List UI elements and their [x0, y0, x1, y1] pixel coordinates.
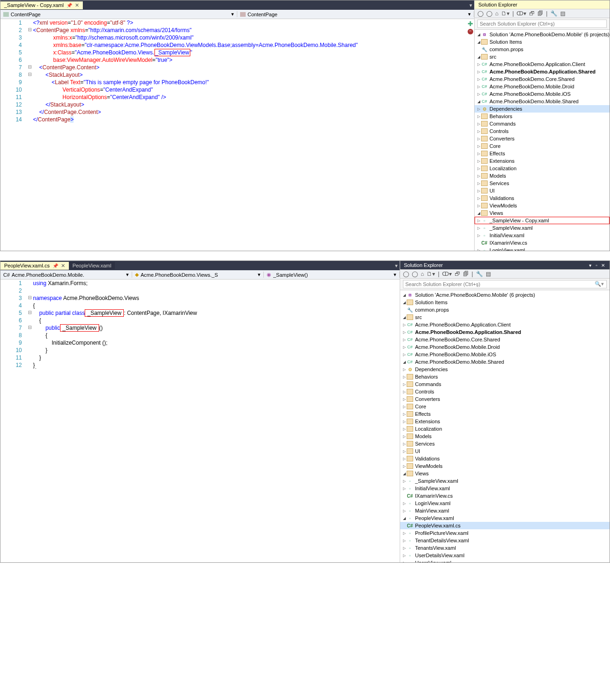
refresh-icon[interactable]: ↀ▾: [442, 271, 452, 277]
tree-node[interactable]: ViewModels: [400, 462, 610, 470]
tree-node[interactable]: Effects: [475, 150, 610, 157]
tree-node[interactable]: ▫MainView.xaml: [400, 507, 610, 514]
tree-node[interactable]: ▫LoginView.xaml: [400, 500, 610, 507]
search-input[interactable]: [477, 20, 607, 28]
tree-node[interactable]: ▫TenantDetailsView.xaml: [400, 537, 610, 544]
fwd-icon[interactable]: ◯: [486, 10, 492, 17]
tree-node[interactable]: UI: [400, 447, 610, 455]
breadcrumb-project[interactable]: C#Acme.PhoneBookDemo.Mobile.▾: [0, 272, 132, 278]
tree-node[interactable]: 🔧common.props: [400, 306, 610, 313]
fwd-icon[interactable]: ◯: [412, 271, 418, 277]
tab-sampleview-copy[interactable]: _SampleView - Copy.xaml 📌 ✕: [0, 1, 83, 9]
properties-icon[interactable]: 🔧: [550, 10, 557, 17]
tree-node[interactable]: Core: [400, 403, 610, 410]
search-input[interactable]: [403, 280, 607, 288]
tree-node[interactable]: Services: [475, 180, 610, 187]
solution-tree[interactable]: ⧈Solution 'Acme.PhoneBookDemo.Mobile' (6…: [475, 30, 610, 251]
code-editor-2[interactable]: 123456789101112 ⊟⊟⊟ using Xamarin.Forms;…: [0, 280, 400, 562]
tab-overflow-icon[interactable]: ▾: [395, 263, 400, 269]
tree-node[interactable]: Services: [400, 440, 610, 447]
tree-node[interactable]: ⧈Solution 'Acme.PhoneBookDemo.Mobile' (6…: [400, 291, 610, 299]
tree-node[interactable]: ⧈Solution 'Acme.PhoneBookDemo.Mobile' (6…: [475, 31, 610, 38]
fold-margin[interactable]: ⊟⊟⊟: [27, 19, 33, 251]
dropdown-icon[interactable]: ▾: [587, 263, 593, 268]
tree-node[interactable]: Solution Items: [475, 38, 610, 46]
tree-node[interactable]: Extensions: [400, 418, 610, 425]
tree-node[interactable]: C#Acme.PhoneBookDemo.Mobile.Shared: [475, 98, 610, 105]
breadcrumb-member[interactable]: ContentPage▾: [237, 11, 474, 17]
tree-node[interactable]: C#Acme.PhoneBookDemo.Application.Shared: [400, 328, 610, 336]
tree-node[interactable]: ▫_SampleView.xaml: [400, 477, 610, 485]
tree-node[interactable]: C#IXamarinView.cs: [475, 239, 610, 247]
tree-node[interactable]: C#Acme.PhoneBookDemo.Application.Client: [475, 60, 610, 68]
tree-node[interactable]: C#Acme.PhoneBookDemo.Core.Shared: [475, 75, 610, 83]
tree-node[interactable]: Converters: [475, 135, 610, 142]
tab-overflow-icon[interactable]: ▾: [469, 2, 474, 8]
error-icon[interactable]: −: [468, 27, 473, 34]
tree-node[interactable]: Localization: [475, 165, 610, 172]
refresh-icon[interactable]: ↀ▾: [516, 10, 526, 17]
breadcrumb-method[interactable]: ◉_SampleView()▾: [264, 272, 400, 278]
tree-node[interactable]: Behaviors: [475, 113, 610, 120]
code-lines[interactable]: <?xml version="1.0" encoding="utf-8" ?><…: [33, 19, 474, 251]
tree-node[interactable]: ▫TenantsView.xaml: [400, 544, 610, 552]
tree-node[interactable]: C#Acme.PhoneBookDemo.Mobile.iOS: [400, 351, 610, 358]
tree-node[interactable]: Solution Items: [400, 299, 610, 306]
tab[interactable]: PeopleView.xaml: [69, 262, 115, 269]
breadcrumb-scope[interactable]: ContentPage▾: [0, 11, 237, 17]
tree-node[interactable]: ▫UsersView.xaml: [400, 559, 610, 562]
tree-node[interactable]: ▫InitialView.xaml: [400, 485, 610, 492]
tree-node[interactable]: Commands: [400, 380, 610, 388]
show-all-icon[interactable]: 🗗: [529, 10, 535, 17]
fold-margin[interactable]: ⊟⊟⊟: [27, 280, 33, 562]
tree-node[interactable]: Models: [475, 172, 610, 180]
search-icon[interactable]: 🔍▾: [595, 281, 604, 287]
home-icon[interactable]: ⌂: [421, 271, 424, 277]
tree-node[interactable]: ⚙Dependencies: [400, 366, 610, 373]
tree-node[interactable]: Commands: [475, 120, 610, 127]
tree-node[interactable]: src: [400, 313, 610, 321]
tree-node[interactable]: Extensions: [475, 157, 610, 165]
tree-node[interactable]: Controls: [475, 127, 610, 135]
code-lines[interactable]: using Xamarin.Forms;namespace Acme.Phone…: [33, 280, 400, 562]
tree-node[interactable]: ▫_SampleView.xaml: [475, 224, 610, 232]
tree-node[interactable]: ▫PeopleView.xaml: [400, 514, 610, 522]
tree-node[interactable]: Models: [400, 433, 610, 440]
sync-icon[interactable]: 🗋▾: [427, 271, 435, 277]
tree-node[interactable]: ⚙Dependencies: [475, 105, 610, 113]
tree-node[interactable]: C#Acme.PhoneBookDemo.Mobile.Droid: [475, 83, 610, 90]
breadcrumb-class[interactable]: ◆Acme.PhoneBookDemo.Views._S▾: [132, 272, 264, 278]
tree-node[interactable]: 🔧common.props: [475, 46, 610, 53]
solution-tree[interactable]: ⧈Solution 'Acme.PhoneBookDemo.Mobile' (6…: [400, 290, 610, 562]
tree-node[interactable]: Controls: [400, 388, 610, 395]
back-icon[interactable]: ◯: [403, 271, 409, 277]
tree-node[interactable]: ▫ProfilePictureView.xaml: [400, 529, 610, 537]
tree-node[interactable]: ▫InitialView.xaml: [475, 232, 610, 239]
tree-node[interactable]: Views: [400, 470, 610, 477]
tree-node[interactable]: C#Acme.PhoneBookDemo.Application.Client: [400, 321, 610, 328]
tree-node[interactable]: C#Acme.PhoneBookDemo.Mobile.Shared: [400, 358, 610, 366]
collapse-icon[interactable]: 🗐: [537, 10, 543, 17]
tree-node[interactable]: Core: [475, 142, 610, 150]
tree-node[interactable]: src: [475, 53, 610, 60]
sync-icon[interactable]: 🗋▾: [501, 10, 509, 17]
tree-node[interactable]: Converters: [400, 395, 610, 403]
tree-node[interactable]: C#Acme.PhoneBookDemo.Application.Shared: [475, 68, 610, 75]
tree-node[interactable]: Effects: [400, 410, 610, 418]
tree-node[interactable]: Localization: [400, 425, 610, 433]
tree-node[interactable]: C#Acme.PhoneBookDemo.Core.Shared: [400, 336, 610, 343]
tree-node[interactable]: C#Acme.PhoneBookDemo.Mobile.Droid: [400, 343, 610, 351]
preview-icon[interactable]: ▤: [560, 10, 565, 17]
preview-icon[interactable]: ▤: [486, 271, 491, 277]
tree-node[interactable]: Views: [475, 209, 610, 217]
tree-node[interactable]: C#IXamarinView.cs: [400, 492, 610, 500]
code-editor-1[interactable]: 1234567891011121314 ⊟⊟⊟ <?xml version="1…: [0, 19, 474, 251]
tree-node[interactable]: ViewModels: [475, 202, 610, 209]
show-all-icon[interactable]: 🗗: [455, 271, 460, 277]
home-icon[interactable]: ⌂: [495, 10, 498, 17]
tree-node[interactable]: ▫LoginView.xaml: [475, 247, 610, 251]
tab[interactable]: PeopleView.xaml.cs📌✕: [0, 262, 69, 270]
tree-node[interactable]: ▫UserDetailsView.xaml: [400, 552, 610, 559]
tree-node[interactable]: C#PeopleView.xaml.cs: [400, 522, 610, 529]
tree-node[interactable]: Validations: [400, 455, 610, 462]
